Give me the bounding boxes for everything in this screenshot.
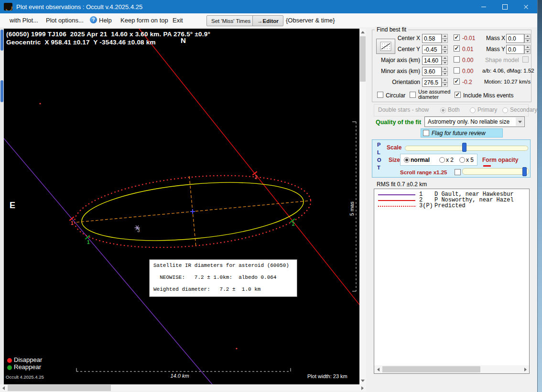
menu-help[interactable]: Help [99, 17, 112, 24]
center-x-input[interactable] [422, 34, 442, 43]
menu-exit[interactable]: Exit [173, 17, 183, 24]
quality-of-fit-select[interactable]: Astrometry only. No reliable size [424, 117, 525, 127]
size-x2-radio[interactable] [439, 157, 445, 163]
center-x-label: Center X [375, 35, 420, 42]
find-best-fit-title: Find best fit [375, 26, 408, 33]
info-line1: Satellite IR diameters for asteroid (600… [153, 263, 289, 268]
minor-axis-input[interactable] [422, 67, 442, 76]
editor-button[interactable]: →Editor [252, 15, 283, 26]
use-assumed-diameter-label: Use assumed diameter [418, 89, 454, 100]
scroll-slider-track[interactable] [462, 168, 529, 175]
plot-letter-t: T [377, 165, 380, 170]
minor-axis-label: Minor axis (km) [375, 68, 420, 74]
observer-time-label: {Observer & time} [286, 17, 335, 24]
horizontal-scrollbar-thumb[interactable] [8, 385, 111, 391]
scroll-down-button[interactable] [359, 377, 366, 384]
major-axis-fit-checkbox[interactable] [454, 56, 460, 63]
scale-slider-track[interactable] [405, 146, 528, 151]
left-scrollbar-thumb[interactable] [0, 30, 3, 51]
scroll-right-button[interactable] [359, 384, 366, 392]
form-opacity-label[interactable]: Form opacity [482, 157, 518, 163]
plot-vertical-scrollbar[interactable] [359, 29, 366, 384]
disappear-legend-icon [7, 358, 12, 363]
major-axis-input[interactable] [422, 56, 442, 65]
title-bar: Plot event observations : Occult v.4.202… [0, 0, 537, 13]
circular-checkbox[interactable] [377, 92, 383, 98]
orientation-fit-checkbox[interactable] [454, 78, 460, 85]
minimize-button[interactable] [473, 0, 494, 13]
shape-model-label: Shape model [485, 57, 519, 64]
vertical-scrollbar-thumb[interactable] [360, 36, 366, 82]
ab-dmag-label: a/b: 4.06, dMag: 1.52 [482, 68, 534, 74]
help-icon[interactable]: ? [90, 16, 97, 23]
list-scroll-right-button[interactable] [521, 365, 529, 373]
shape-model-checkbox[interactable] [522, 56, 529, 63]
menu-keep-on-top[interactable]: Keep form on top [120, 17, 168, 24]
mas-scale-label: 5 mas [349, 195, 355, 216]
left-scrollbar[interactable] [0, 28, 4, 384]
chord-2-disappear-label: 2 [255, 175, 258, 180]
scroll-up-button[interactable] [359, 29, 366, 36]
center-y-input[interactable] [422, 45, 442, 54]
use-assumed-diameter-checkbox[interactable] [410, 92, 416, 98]
minor-axis-spinner[interactable] [442, 67, 448, 76]
dropdown-arrow-icon[interactable] [516, 117, 524, 126]
mass-y-input[interactable] [506, 45, 524, 54]
mass-x-input[interactable] [506, 34, 524, 43]
left-scrollbar-thumb[interactable] [0, 80, 3, 102]
menu-plot-options[interactable]: Plot options... [46, 17, 84, 24]
observer-list[interactable]: 1 D Gault, near Hawkesbur 2 P Nosworthy,… [374, 189, 530, 374]
orientation-label: Orientation [375, 79, 420, 85]
minor-axis-fit-checkbox[interactable] [454, 67, 460, 74]
plot-horizontal-scrollbar[interactable] [0, 384, 366, 392]
close-icon [523, 4, 529, 10]
double-stars-primary-radio[interactable] [470, 107, 476, 113]
quality-of-fit-label: Quality of the fit [376, 119, 421, 126]
quality-of-fit-value: Astrometry only. No reliable size [428, 118, 509, 125]
center-x-spinner[interactable] [442, 34, 448, 43]
double-stars-secondary-label: Secondary [510, 106, 537, 113]
center-x-fit-checkbox[interactable] [454, 34, 460, 41]
orientation-input[interactable] [422, 78, 442, 87]
center-y-spinner[interactable] [442, 45, 448, 54]
reappear-legend-label: Reappear [14, 363, 41, 371]
double-stars-both-radio[interactable] [440, 107, 446, 113]
km-scale-label: 14.0 km [158, 373, 202, 379]
app-icon [4, 3, 12, 11]
flag-review-checkbox[interactable] [423, 130, 429, 136]
version-label: Occult 4.2025.4.25 [6, 374, 44, 380]
double-stars-primary-label: Primary [477, 106, 497, 113]
observer-3-number: 3(P) [419, 202, 433, 209]
observer-1-line-sample [378, 194, 415, 195]
scroll-range-label: Scroll range x1.25 [400, 170, 447, 175]
size-x5-radio[interactable] [459, 157, 465, 163]
set-miss-times-button[interactable]: Set 'Miss' Times [206, 15, 255, 26]
include-miss-events-checkbox[interactable] [455, 92, 461, 98]
major-axis-spinner[interactable] [442, 56, 448, 65]
close-button[interactable] [515, 0, 536, 13]
observer-list-scrollbar[interactable] [374, 365, 529, 373]
list-scroll-left-button[interactable] [374, 365, 382, 373]
event-dot [39, 103, 41, 104]
plot-canvas [4, 29, 359, 384]
scale-slider-thumb[interactable] [462, 143, 466, 152]
mass-y-spinner[interactable] [524, 45, 531, 54]
major-axis-label: Major axis (km) [375, 57, 420, 64]
scroll-slider-thumb[interactable] [522, 167, 527, 176]
menu-with-plot[interactable]: with Plot... [10, 17, 38, 24]
scroll-range-checkbox[interactable] [455, 169, 461, 175]
circular-label: Circular [386, 92, 405, 99]
scroll-left-button[interactable] [0, 384, 7, 392]
list-scrollbar-thumb[interactable] [382, 366, 480, 372]
center-y-fit-checkbox[interactable] [454, 45, 460, 52]
plot-letter-o: O [377, 157, 381, 163]
east-label: E [10, 201, 15, 211]
mass-x-spinner[interactable] [524, 34, 531, 43]
size-normal-radio[interactable] [404, 157, 410, 163]
orientation-spinner[interactable] [442, 78, 448, 87]
double-stars-secondary-radio[interactable] [502, 107, 508, 113]
double-stars-both-label: Both [448, 106, 460, 113]
center-x-delta: -0.01 [462, 35, 475, 42]
flag-review-label: Flag for future review [432, 130, 486, 137]
maximize-button[interactable] [494, 0, 515, 13]
